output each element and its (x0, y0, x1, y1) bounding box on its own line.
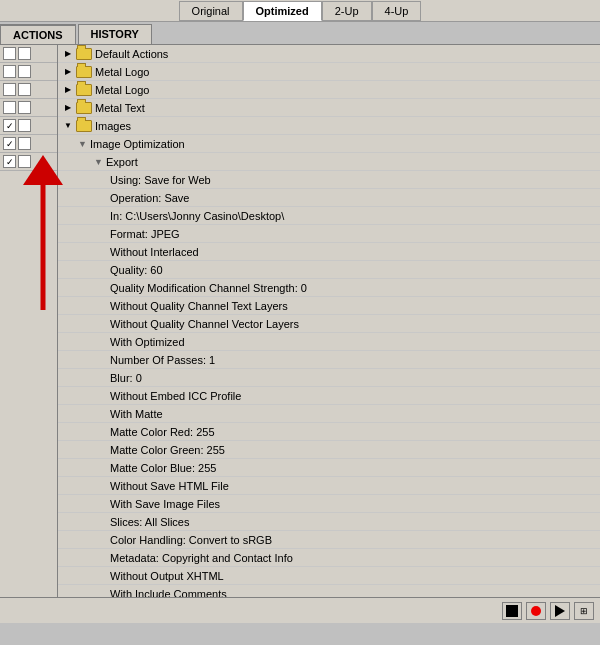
left-row-1 (0, 45, 57, 63)
detail-blur-label: Blur: 0 (110, 372, 142, 384)
left-controls (0, 45, 58, 597)
list-item-images[interactable]: ▼ Images (58, 117, 600, 135)
detail-format: Format: JPEG (58, 225, 600, 243)
play-icon (555, 605, 565, 617)
4up-btn[interactable]: 4-Up (372, 1, 422, 21)
check2-4[interactable] (18, 101, 31, 114)
detail-in-label: In: C:\Users\Jonny Casino\Desktop\ (110, 210, 284, 222)
topbar: Original Optimized 2-Up 4-Up (0, 0, 600, 22)
check2-6[interactable] (18, 137, 31, 150)
folder-images-icon (76, 120, 92, 132)
left-row-4 (0, 99, 57, 117)
detail-operation-label: Operation: Save (110, 192, 190, 204)
check1-6[interactable] (3, 137, 16, 150)
list-item-export[interactable]: ▼ Export (58, 153, 600, 171)
detail-quality-mod-label: Quality Modification Channel Strength: 0 (110, 282, 307, 294)
list-item-metal-text[interactable]: ▶ Metal Text (58, 99, 600, 117)
expand-button[interactable]: ⊞ (574, 602, 594, 620)
detail-quality-text-label: Without Quality Channel Text Layers (110, 300, 288, 312)
detail-output-xhtml: Without Output XHTML (58, 567, 600, 585)
actions-list[interactable]: ▶ Default Actions ▶ Metal Logo ▶ Metal L… (58, 45, 600, 597)
detail-matte-blue-label: Matte Color Blue: 255 (110, 462, 216, 474)
list-item-default-actions[interactable]: ▶ Default Actions (58, 45, 600, 63)
original-btn[interactable]: Original (179, 1, 243, 21)
check2-5[interactable] (18, 119, 31, 132)
bottom-toolbar: ⊞ (0, 597, 600, 623)
detail-quality: Quality: 60 (58, 261, 600, 279)
tab-history[interactable]: HISTORY (78, 24, 152, 44)
check2-3[interactable] (18, 83, 31, 96)
detail-quality-mod: Quality Modification Channel Strength: 0 (58, 279, 600, 297)
expand-images-icon[interactable]: ▼ (62, 120, 74, 132)
folder-metal-text-icon (76, 102, 92, 114)
detail-using-label: Using: Save for Web (110, 174, 211, 186)
detail-interlaced: Without Interlaced (58, 243, 600, 261)
detail-with-matte: With Matte (58, 405, 600, 423)
detail-matte-red: Matte Color Red: 255 (58, 423, 600, 441)
left-row-7 (0, 153, 57, 171)
detail-embed-icc-label: Without Embed ICC Profile (110, 390, 241, 402)
detail-metadata: Metadata: Copyright and Contact Info (58, 549, 600, 567)
check1-7[interactable] (3, 155, 16, 168)
check1-4[interactable] (3, 101, 16, 114)
list-item-metal-logo-1[interactable]: ▶ Metal Logo (58, 63, 600, 81)
detail-quality-vector: Without Quality Channel Vector Layers (58, 315, 600, 333)
check2-7[interactable] (18, 155, 31, 168)
detail-interlaced-label: Without Interlaced (110, 246, 199, 258)
list-item-image-optimization[interactable]: ▼ Image Optimization (58, 135, 600, 153)
left-row-3 (0, 81, 57, 99)
record-button[interactable] (526, 602, 546, 620)
detail-using: Using: Save for Web (58, 171, 600, 189)
left-row-5 (0, 117, 57, 135)
expand-metal-logo-1-icon[interactable]: ▶ (62, 66, 74, 78)
check1-3[interactable] (3, 83, 16, 96)
check2-2[interactable] (18, 65, 31, 78)
left-row-6 (0, 135, 57, 153)
detail-format-label: Format: JPEG (110, 228, 180, 240)
detail-slices-label: Slices: All Slices (110, 516, 189, 528)
stop-icon (506, 605, 518, 617)
detail-slices: Slices: All Slices (58, 513, 600, 531)
record-icon (531, 606, 541, 616)
detail-save-html: Without Save HTML File (58, 477, 600, 495)
detail-save-html-label: Without Save HTML File (110, 480, 229, 492)
folder-metal-logo-2-icon (76, 84, 92, 96)
detail-with-optimized: With Optimized (58, 333, 600, 351)
detail-color-handling-label: Color Handling: Convert to sRGB (110, 534, 272, 546)
2up-btn[interactable]: 2-Up (322, 1, 372, 21)
detail-matte-red-label: Matte Color Red: 255 (110, 426, 215, 438)
expand-default-actions-icon[interactable]: ▶ (62, 48, 74, 60)
images-label: Images (95, 120, 131, 132)
folder-default-actions-icon (76, 48, 92, 60)
left-row-2 (0, 63, 57, 81)
detail-include-comments-label: With Include Comments (110, 588, 227, 598)
detail-matte-green: Matte Color Green: 255 (58, 441, 600, 459)
metal-logo-1-label: Metal Logo (95, 66, 149, 78)
metal-text-label: Metal Text (95, 102, 145, 114)
check1-5[interactable] (3, 119, 16, 132)
detail-matte-blue: Matte Color Blue: 255 (58, 459, 600, 477)
check1-2[interactable] (3, 65, 16, 78)
detail-matte-green-label: Matte Color Green: 255 (110, 444, 225, 456)
tab-actions[interactable]: ACTIONS (0, 24, 76, 44)
detail-blur: Blur: 0 (58, 369, 600, 387)
check1-1[interactable] (3, 47, 16, 60)
play-button[interactable] (550, 602, 570, 620)
sub-arrow-image-opt-icon: ▼ (78, 139, 87, 149)
optimized-btn[interactable]: Optimized (243, 1, 322, 21)
check2-1[interactable] (18, 47, 31, 60)
detail-number-passes: Number Of Passes: 1 (58, 351, 600, 369)
detail-number-passes-label: Number Of Passes: 1 (110, 354, 215, 366)
expand-metal-text-icon[interactable]: ▶ (62, 102, 74, 114)
image-optimization-label: Image Optimization (90, 138, 185, 150)
tab-bar: ACTIONS HISTORY (0, 22, 600, 45)
expand-metal-logo-2-icon[interactable]: ▶ (62, 84, 74, 96)
detail-quality-label: Quality: 60 (110, 264, 163, 276)
default-actions-label: Default Actions (95, 48, 168, 60)
stop-button[interactable] (502, 602, 522, 620)
detail-quality-vector-label: Without Quality Channel Vector Layers (110, 318, 299, 330)
detail-quality-text: Without Quality Channel Text Layers (58, 297, 600, 315)
detail-with-matte-label: With Matte (110, 408, 163, 420)
list-item-metal-logo-2[interactable]: ▶ Metal Logo (58, 81, 600, 99)
sub-arrow-export-icon: ▼ (94, 157, 103, 167)
